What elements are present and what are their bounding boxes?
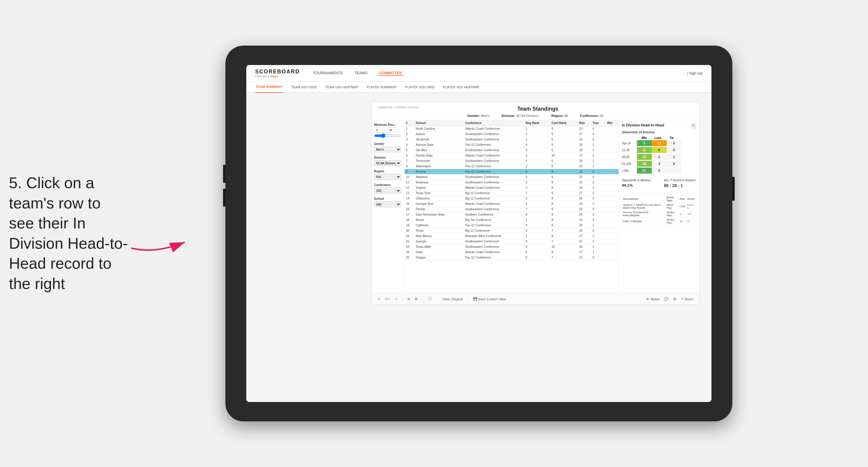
- filter-gender-label: Gender: [374, 142, 402, 146]
- sub-nav-player-h2h-heatmap[interactable]: PLAYER H2H HEATMAP: [442, 82, 480, 93]
- filter-gender-select[interactable]: Men's: [374, 147, 401, 152]
- cell-win: [606, 207, 619, 212]
- cell-reg-rank: 9: [524, 244, 550, 250]
- table-row[interactable]: 12 Virginia Atlantic Coast Conference 3 …: [405, 185, 619, 191]
- table-row[interactable]: 11 Arkansas Southeastern Conference 6 8 …: [405, 180, 619, 185]
- table-row[interactable]: 4 Arizona State Pac-12 Conference 4 9 26…: [405, 142, 619, 148]
- cell-win: [606, 158, 619, 164]
- h2h-close-button[interactable]: ✕: [691, 123, 696, 128]
- table-row[interactable]: 23 Texas A&M Southeastern Conference 9 1…: [405, 244, 619, 250]
- cell-conference: Big Ten Conference: [464, 217, 524, 223]
- cell-school: Vanderbilt: [414, 137, 464, 142]
- cell-conference: Atlantic Coast Conference: [464, 250, 524, 255]
- table-row[interactable]: 20 Texas Big 12 Conference 3 7 20 0: [405, 228, 619, 234]
- h2h-row-51100: 51-100 20 3 0: [622, 161, 696, 167]
- cell-school: Illinois: [414, 217, 464, 223]
- table-row[interactable]: 1 North Carolina Atlantic Coast Conferen…: [405, 126, 619, 131]
- clock-button[interactable]: 🕐: [428, 297, 432, 301]
- table-row[interactable]: 21 New Mexico Mountain West Conference 1…: [405, 234, 619, 239]
- filter-min-rounds-from[interactable]: [374, 127, 385, 133]
- cell-reg-rank: 4: [524, 201, 550, 207]
- table-row[interactable]: 22 Georgia Southeastern Conference 8 7 2…: [405, 239, 619, 244]
- step-back-button[interactable]: ⟵: [385, 297, 390, 301]
- cell-tour: 2: [591, 191, 606, 196]
- table-row[interactable]: 10 Alabama Southeastern Conference 5 8 2…: [405, 175, 619, 180]
- sub-nav: TEAM SUMMARY TEAM H2H GRID TEAM H2H HEAT…: [246, 82, 711, 93]
- filter-min-rounds-slider[interactable]: [374, 133, 401, 138]
- filter-region-select[interactable]: N/A: [374, 174, 401, 180]
- cell-conference: Atlantic Coast Conference: [464, 201, 524, 207]
- cell-num: 25: [405, 255, 414, 260]
- cell-num: 16: [405, 207, 414, 212]
- table-row[interactable]: 24 Duke Atlantic Coast Conference 5 9 27…: [405, 250, 619, 255]
- filter-min-rounds-to[interactable]: [388, 127, 398, 133]
- table-row[interactable]: 5 Ole Miss Southeastern Conference 3 6 1…: [405, 148, 619, 153]
- filter-division-select[interactable]: NCAA Division I: [374, 160, 401, 166]
- nav-committee[interactable]: COMMITTEE: [377, 71, 403, 76]
- cell-tour: 0: [591, 255, 606, 260]
- table-row[interactable]: 8 Washington Pac-12 Conference 2 8 23 1: [405, 164, 619, 169]
- sub-nav-team-summary[interactable]: TEAM SUMMARY: [255, 82, 284, 93]
- paste-button[interactable]: ⊞: [415, 297, 417, 301]
- cell-win: [606, 201, 619, 207]
- sub-nav-team-h2h-heatmap[interactable]: TEAM H2H HEATMAP: [324, 82, 359, 93]
- cell-num: 11: [405, 180, 414, 185]
- table-row[interactable]: 17 East Tennessee State Southern Confere…: [405, 212, 619, 217]
- h2h-range-51100: 51-100: [622, 162, 637, 165]
- filter-school-label: School: [374, 197, 402, 200]
- cell-win: [606, 148, 619, 153]
- h2h-divider: [622, 176, 696, 176]
- col-tour: Tour: [591, 120, 606, 126]
- sub-nav-team-h2h-grid[interactable]: TEAM H2H GRID: [290, 82, 317, 93]
- redo-button[interactable]: ↪: [395, 297, 398, 301]
- filter-conference-select[interactable]: (All): [374, 188, 401, 193]
- cell-conference: Atlantic Coast Conference: [464, 153, 524, 158]
- cell-school: Washington: [414, 164, 464, 169]
- cell-conf-rank: 9: [550, 234, 578, 239]
- nav-tournaments[interactable]: TOURNAMENTS: [312, 71, 344, 76]
- filter-min-rounds-label: Minimum Rou...: [374, 123, 402, 126]
- table-row[interactable]: 3 Vanderbilt Southeastern Conference 2 8…: [405, 137, 619, 142]
- grid-button[interactable]: ⊞: [673, 297, 676, 301]
- table-row[interactable]: 18 Illinois Big Ten Conference 1 9 23 3: [405, 217, 619, 223]
- table-row[interactable]: 25 Oregon Pac-12 Conference 5 7 21 0: [405, 255, 619, 260]
- table-row[interactable]: 2 Auburn Southeastern Conference 1 9 27 …: [405, 131, 619, 137]
- toolbar-sep4: |: [468, 297, 468, 301]
- table-row[interactable]: 13 Texas Tech Big 12 Conference 1 9 27 2: [405, 191, 619, 196]
- table-row[interactable]: 14 Oklahoma Big 12 Conference 5 9 24 2: [405, 196, 619, 201]
- share-button[interactable]: ↗ Share: [681, 297, 693, 301]
- h2h-panel: In Division Head-to-Head ✕ University of…: [619, 120, 699, 293]
- cell-tour: 1: [591, 239, 606, 244]
- table-row[interactable]: 9 Arizona Pac-12 Conference 5 8 23 2: [405, 169, 619, 175]
- copy-button[interactable]: ⧉: [408, 297, 410, 301]
- cell-school: Texas A&M: [414, 244, 464, 250]
- cell-tour: 0: [591, 228, 606, 234]
- sign-out-button[interactable]: | Sign out: [682, 71, 703, 75]
- table-row[interactable]: 19 California Pac-12 Conference 4 8 24 2: [405, 223, 619, 228]
- tournament-type: Stroke Play: [665, 218, 679, 225]
- cell-conference: Pac-12 Conference: [464, 169, 524, 175]
- h2h-51100-win: 20: [637, 161, 652, 167]
- save-custom-view-button[interactable]: 💾 Save Custom View: [473, 297, 506, 301]
- sub-nav-player-summary[interactable]: PLAYER SUMMARY: [366, 82, 398, 93]
- table-row[interactable]: 7 Tennessee Southeastern Conference 4 6 …: [405, 158, 619, 164]
- view-original-button[interactable]: View: Original: [442, 297, 463, 301]
- table-row[interactable]: 16 Florida Southeastern Conference 7 9 2…: [405, 207, 619, 212]
- cell-tour: 2: [591, 153, 606, 158]
- h2h-top10-loss: 13: [652, 140, 667, 146]
- table-row[interactable]: 15 Georgia Tech Atlantic Coast Conferenc…: [405, 201, 619, 207]
- table-row[interactable]: 6 Florida State Atlantic Coast Conferenc…: [405, 153, 619, 158]
- undo-button[interactable]: ↩: [378, 297, 380, 301]
- cell-tour: 3: [591, 175, 606, 180]
- cell-rds: 24: [578, 207, 591, 212]
- sub-nav-player-h2h-grid[interactable]: PLAYER H2H GRID: [405, 82, 435, 93]
- filter-school-select[interactable]: (All): [374, 201, 401, 207]
- nav-teams[interactable]: TEAMS: [353, 71, 369, 76]
- cell-reg-rank: 1: [524, 131, 550, 137]
- cell-conference: Southern Conference: [464, 212, 524, 217]
- watch-button[interactable]: 👁 Watch: [646, 297, 659, 301]
- cell-school: Georgia Tech: [414, 201, 464, 207]
- outer-background: 5. Click on a team's row to see their In…: [0, 0, 868, 467]
- comment-button[interactable]: 💬: [664, 297, 669, 301]
- cell-win: [606, 185, 619, 191]
